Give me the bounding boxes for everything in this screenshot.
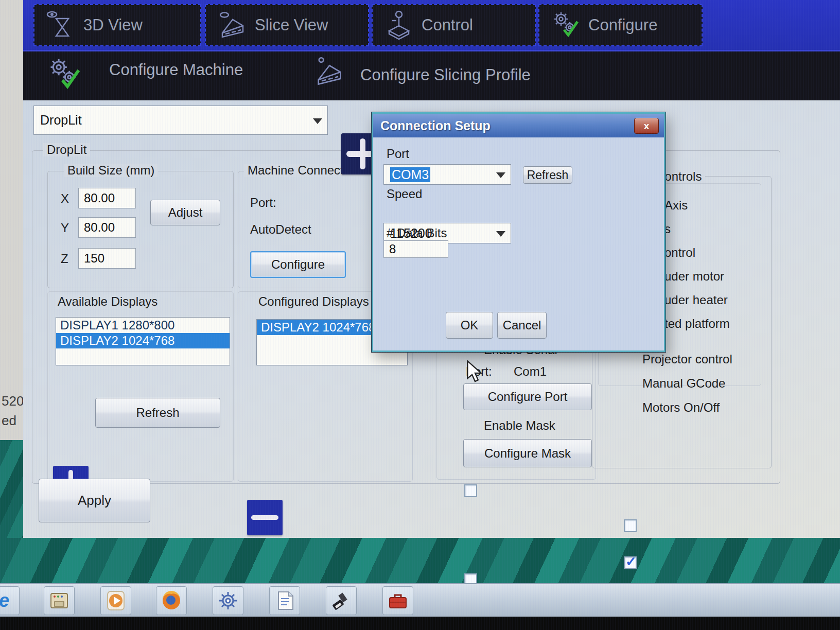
chevron-down-icon	[313, 118, 322, 124]
list-item-selected[interactable]: DISPLAY2 1024*768	[56, 333, 230, 348]
manual-gcode-checkbox[interactable]: ✓	[624, 556, 637, 569]
chevron-down-icon	[496, 172, 505, 178]
configured-displays-label: Configured Displays	[256, 294, 371, 309]
tab-3d-view[interactable]: 3D View	[33, 4, 201, 46]
droplit-group-label: DropLit	[43, 143, 90, 156]
x-label: X	[61, 191, 69, 206]
z-size-value: 150	[84, 251, 104, 266]
x-size-field[interactable]: 80.00	[78, 188, 136, 208]
occluded-checkbox-label: ted platform	[664, 317, 730, 331]
available-displays-list[interactable]: DISPLAY1 1280*800 DISPLAY2 1024*768	[56, 317, 230, 365]
monitor-bezel	[0, 616, 840, 630]
y-label: Y	[61, 221, 69, 235]
list-item[interactable]: DISPLAY1 1280*800	[56, 318, 230, 333]
configure-connection-button[interactable]: Configure	[250, 251, 346, 278]
adjust-button[interactable]: Adjust	[150, 200, 220, 225]
dialog-port-value: COM3	[390, 167, 430, 182]
notepad-icon[interactable]	[269, 586, 300, 615]
tab-label: Configure	[588, 16, 657, 34]
desktop-wallpaper	[0, 538, 840, 589]
y-size-field[interactable]: 80.00	[78, 217, 136, 238]
z-label: Z	[61, 252, 68, 266]
dialog-speed-label: Speed	[387, 187, 422, 201]
checkmark: ✓	[625, 554, 637, 570]
internet-explorer-icon[interactable]: e	[0, 586, 20, 615]
y-size-value: 80.00	[84, 220, 115, 235]
remove-display-button[interactable]	[247, 500, 283, 535]
cake-slice-icon	[217, 10, 247, 44]
background-text-fragment: ed	[2, 413, 16, 429]
tab-label: Slice View	[255, 16, 328, 34]
tab-label: Control	[422, 16, 473, 34]
z-size-field[interactable]: 150	[78, 248, 136, 269]
media-player-icon[interactable]	[100, 586, 131, 615]
dialog-port-label: Port	[387, 147, 409, 161]
dvi-cable-icon[interactable]	[326, 586, 357, 615]
tab-control[interactable]: Control	[372, 4, 536, 46]
dialog-databits-label: # Data Bits	[387, 226, 447, 240]
connection-setup-dialog: Connection Setup x Port COM3 Refresh Spe…	[372, 112, 666, 352]
motors-onoff-label: Motors On/Off	[642, 400, 720, 415]
firefox-icon[interactable]	[156, 586, 187, 615]
enable-mask-label: Enable Mask	[484, 418, 555, 433]
enable-serial-checkbox[interactable]	[464, 484, 477, 497]
taskbar: e	[0, 583, 840, 617]
photographed-screen: 5200 ed 3D View Slice View Co	[0, 0, 840, 630]
dialog-title: Connection Setup	[380, 118, 491, 133]
build-size-label: Build Size (mm)	[64, 164, 158, 177]
manual-gcode-label: Manual GCode	[642, 376, 725, 391]
serial-port-value: Com1	[514, 364, 547, 379]
ok-button[interactable]: OK	[446, 312, 493, 339]
occluded-checkbox-label: uder motor	[664, 269, 724, 284]
file-manager-icon[interactable]	[44, 586, 75, 615]
occluded-checkbox-label: Axis	[664, 198, 688, 213]
serial-port-label: Port:	[466, 364, 492, 379]
tab-label: 3D View	[83, 16, 143, 34]
port-label: Port:	[250, 196, 276, 210]
ie-glyph: e	[0, 590, 9, 611]
chevron-down-icon	[496, 231, 505, 237]
tab-configure[interactable]: Configure	[538, 4, 703, 46]
dialog-title-bar[interactable]: Connection Setup	[373, 114, 664, 137]
refresh-displays-button[interactable]: Refresh	[95, 398, 220, 428]
projector-control-label: Projector control	[642, 352, 732, 366]
joystick-icon	[384, 10, 414, 44]
x-size-value: 80.00	[84, 191, 115, 205]
dialog-databits-field[interactable]: 8	[383, 240, 448, 258]
eye-hourglass-icon	[46, 10, 76, 44]
subtab-configure-machine[interactable]: Configure Machine	[109, 61, 243, 79]
tab-slice-view[interactable]: Slice View	[205, 4, 369, 46]
toolbox-icon[interactable]	[382, 586, 413, 615]
dialog-databits-value: 8	[389, 242, 396, 256]
machine-profile-select[interactable]: DropLit	[33, 106, 328, 135]
build-size-groupbox	[47, 171, 234, 288]
cake-slice-icon	[313, 56, 345, 90]
autodetect-label: AutoDetect	[250, 222, 311, 237]
apply-button[interactable]: Apply	[39, 479, 150, 522]
configure-mask-button[interactable]: Configure Mask	[463, 439, 592, 467]
projector-control-checkbox[interactable]	[624, 519, 637, 532]
gear-app-icon[interactable]	[213, 586, 243, 615]
machine-profile-value: DropLit	[40, 113, 82, 128]
subtab-configure-slicing-profile[interactable]: Configure Slicing Profile	[360, 66, 531, 84]
cancel-button[interactable]: Cancel	[497, 312, 547, 339]
dialog-refresh-button[interactable]: Refresh	[523, 166, 572, 184]
gears-check-icon	[551, 10, 581, 44]
dialog-port-select[interactable]: COM3	[383, 164, 511, 185]
available-displays-label: Available Displays	[56, 294, 160, 309]
close-icon[interactable]: x	[634, 118, 659, 134]
gears-check-icon	[46, 57, 82, 95]
occluded-checkbox-label: uder heater	[664, 293, 728, 307]
occluded-checkbox-label: ontrol	[664, 246, 695, 260]
configure-port-button[interactable]: Configure Port	[463, 383, 592, 410]
